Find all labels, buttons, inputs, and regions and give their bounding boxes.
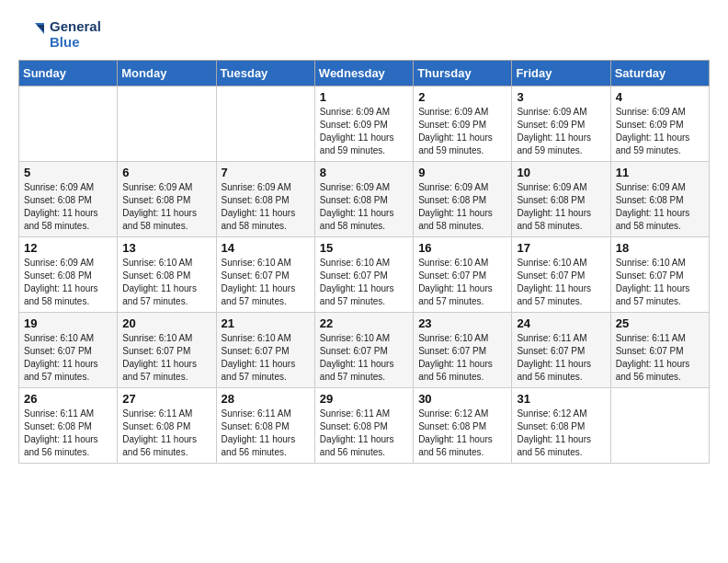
day-info: Sunrise: 6:12 AM Sunset: 6:08 PM Dayligh… xyxy=(418,408,506,459)
day-info: Sunrise: 6:11 AM Sunset: 6:08 PM Dayligh… xyxy=(24,408,112,459)
logo-icon xyxy=(18,19,48,49)
day-number: 20 xyxy=(122,316,210,330)
day-info: Sunrise: 6:09 AM Sunset: 6:09 PM Dayligh… xyxy=(616,106,704,157)
day-info: Sunrise: 6:10 AM Sunset: 6:07 PM Dayligh… xyxy=(320,257,408,308)
day-info: Sunrise: 6:09 AM Sunset: 6:08 PM Dayligh… xyxy=(418,181,506,233)
day-number: 24 xyxy=(517,316,605,330)
day-cell: 27Sunrise: 6:11 AM Sunset: 6:08 PM Dayli… xyxy=(118,387,216,463)
calendar-table: SundayMondayTuesdayWednesdayThursdayFrid… xyxy=(18,60,710,464)
day-info: Sunrise: 6:09 AM Sunset: 6:08 PM Dayligh… xyxy=(122,181,210,233)
day-cell: 6Sunrise: 6:09 AM Sunset: 6:08 PM Daylig… xyxy=(118,161,216,236)
day-number: 23 xyxy=(418,316,506,330)
day-cell xyxy=(216,86,314,161)
header-thursday: Thursday xyxy=(414,60,512,86)
logo-line1: General xyxy=(50,18,101,34)
day-cell: 21Sunrise: 6:10 AM Sunset: 6:07 PM Dayli… xyxy=(216,312,314,387)
day-info: Sunrise: 6:12 AM Sunset: 6:08 PM Dayligh… xyxy=(517,408,605,459)
day-cell: 9Sunrise: 6:09 AM Sunset: 6:08 PM Daylig… xyxy=(414,161,512,236)
day-info: Sunrise: 6:09 AM Sunset: 6:09 PM Dayligh… xyxy=(418,106,506,157)
day-cell: 25Sunrise: 6:11 AM Sunset: 6:07 PM Dayli… xyxy=(610,312,709,387)
logo: General Blue xyxy=(18,18,101,51)
header-monday: Monday xyxy=(118,60,216,86)
day-info: Sunrise: 6:10 AM Sunset: 6:07 PM Dayligh… xyxy=(616,257,704,308)
day-number: 15 xyxy=(320,241,408,255)
day-cell: 18Sunrise: 6:10 AM Sunset: 6:07 PM Dayli… xyxy=(610,236,709,312)
header-wednesday: Wednesday xyxy=(314,60,413,86)
day-number: 28 xyxy=(222,392,310,406)
day-cell: 28Sunrise: 6:11 AM Sunset: 6:08 PM Dayli… xyxy=(216,387,314,463)
day-cell: 31Sunrise: 6:12 AM Sunset: 6:08 PM Dayli… xyxy=(512,387,610,463)
day-info: Sunrise: 6:10 AM Sunset: 6:07 PM Dayligh… xyxy=(222,257,310,308)
day-cell xyxy=(118,86,216,161)
week-row-2: 5Sunrise: 6:09 AM Sunset: 6:08 PM Daylig… xyxy=(19,161,710,236)
day-info: Sunrise: 6:10 AM Sunset: 6:07 PM Dayligh… xyxy=(222,332,310,384)
day-number: 9 xyxy=(418,166,506,179)
day-cell: 14Sunrise: 6:10 AM Sunset: 6:07 PM Dayli… xyxy=(216,236,314,312)
day-number: 30 xyxy=(418,392,506,406)
logo-line2: Blue xyxy=(50,34,101,50)
day-cell: 24Sunrise: 6:11 AM Sunset: 6:07 PM Dayli… xyxy=(512,312,610,387)
day-info: Sunrise: 6:09 AM Sunset: 6:08 PM Dayligh… xyxy=(24,181,112,233)
day-cell: 3Sunrise: 6:09 AM Sunset: 6:09 PM Daylig… xyxy=(512,86,610,161)
day-number: 25 xyxy=(616,316,704,330)
day-number: 29 xyxy=(320,392,408,406)
day-info: Sunrise: 6:09 AM Sunset: 6:08 PM Dayligh… xyxy=(222,181,310,233)
day-info: Sunrise: 6:11 AM Sunset: 6:08 PM Dayligh… xyxy=(320,408,408,459)
day-cell xyxy=(19,86,118,161)
day-number: 12 xyxy=(24,241,112,255)
day-cell: 12Sunrise: 6:09 AM Sunset: 6:08 PM Dayli… xyxy=(19,236,118,312)
day-number: 2 xyxy=(418,90,506,104)
calendar-header-row: SundayMondayTuesdayWednesdayThursdayFrid… xyxy=(19,60,710,86)
day-info: Sunrise: 6:09 AM Sunset: 6:08 PM Dayligh… xyxy=(517,181,605,233)
header: General Blue xyxy=(18,18,710,51)
day-info: Sunrise: 6:09 AM Sunset: 6:09 PM Dayligh… xyxy=(320,106,408,157)
day-number: 17 xyxy=(517,241,605,255)
day-number: 6 xyxy=(122,166,210,179)
day-cell: 10Sunrise: 6:09 AM Sunset: 6:08 PM Dayli… xyxy=(512,161,610,236)
day-info: Sunrise: 6:10 AM Sunset: 6:07 PM Dayligh… xyxy=(320,332,408,384)
day-info: Sunrise: 6:11 AM Sunset: 6:07 PM Dayligh… xyxy=(616,332,704,384)
day-number: 27 xyxy=(122,392,210,406)
day-cell: 8Sunrise: 6:09 AM Sunset: 6:08 PM Daylig… xyxy=(314,161,413,236)
header-tuesday: Tuesday xyxy=(216,60,314,86)
day-info: Sunrise: 6:10 AM Sunset: 6:07 PM Dayligh… xyxy=(24,332,112,384)
day-number: 10 xyxy=(517,166,605,179)
day-cell: 15Sunrise: 6:10 AM Sunset: 6:07 PM Dayli… xyxy=(314,236,413,312)
day-cell: 1Sunrise: 6:09 AM Sunset: 6:09 PM Daylig… xyxy=(314,86,413,161)
day-cell: 16Sunrise: 6:10 AM Sunset: 6:07 PM Dayli… xyxy=(414,236,512,312)
day-number: 19 xyxy=(24,316,112,330)
day-cell: 26Sunrise: 6:11 AM Sunset: 6:08 PM Dayli… xyxy=(19,387,118,463)
day-number: 22 xyxy=(320,316,408,330)
day-cell: 22Sunrise: 6:10 AM Sunset: 6:07 PM Dayli… xyxy=(314,312,413,387)
day-number: 16 xyxy=(418,241,506,255)
day-cell xyxy=(610,387,709,463)
day-cell: 23Sunrise: 6:10 AM Sunset: 6:07 PM Dayli… xyxy=(414,312,512,387)
day-info: Sunrise: 6:10 AM Sunset: 6:07 PM Dayligh… xyxy=(418,257,506,308)
day-number: 14 xyxy=(222,241,310,255)
day-number: 3 xyxy=(517,90,605,104)
day-number: 18 xyxy=(616,241,704,255)
day-info: Sunrise: 6:09 AM Sunset: 6:09 PM Dayligh… xyxy=(517,106,605,157)
day-info: Sunrise: 6:09 AM Sunset: 6:08 PM Dayligh… xyxy=(320,181,408,233)
day-info: Sunrise: 6:10 AM Sunset: 6:07 PM Dayligh… xyxy=(517,257,605,308)
day-cell: 11Sunrise: 6:09 AM Sunset: 6:08 PM Dayli… xyxy=(610,161,709,236)
day-info: Sunrise: 6:09 AM Sunset: 6:08 PM Dayligh… xyxy=(24,257,112,308)
week-row-5: 26Sunrise: 6:11 AM Sunset: 6:08 PM Dayli… xyxy=(19,387,710,463)
day-cell: 2Sunrise: 6:09 AM Sunset: 6:09 PM Daylig… xyxy=(414,86,512,161)
day-info: Sunrise: 6:11 AM Sunset: 6:08 PM Dayligh… xyxy=(122,408,210,459)
week-row-4: 19Sunrise: 6:10 AM Sunset: 6:07 PM Dayli… xyxy=(19,312,710,387)
day-number: 5 xyxy=(24,166,112,179)
day-number: 8 xyxy=(320,166,408,179)
day-cell: 20Sunrise: 6:10 AM Sunset: 6:07 PM Dayli… xyxy=(118,312,216,387)
day-info: Sunrise: 6:10 AM Sunset: 6:08 PM Dayligh… xyxy=(122,257,210,308)
day-cell: 4Sunrise: 6:09 AM Sunset: 6:09 PM Daylig… xyxy=(610,86,709,161)
day-number: 11 xyxy=(616,166,704,179)
day-number: 31 xyxy=(517,392,605,406)
day-info: Sunrise: 6:11 AM Sunset: 6:07 PM Dayligh… xyxy=(517,332,605,384)
day-info: Sunrise: 6:10 AM Sunset: 6:07 PM Dayligh… xyxy=(418,332,506,384)
day-info: Sunrise: 6:11 AM Sunset: 6:08 PM Dayligh… xyxy=(222,408,310,459)
day-number: 7 xyxy=(222,166,310,179)
day-number: 21 xyxy=(222,316,310,330)
header-saturday: Saturday xyxy=(610,60,709,86)
day-cell: 17Sunrise: 6:10 AM Sunset: 6:07 PM Dayli… xyxy=(512,236,610,312)
